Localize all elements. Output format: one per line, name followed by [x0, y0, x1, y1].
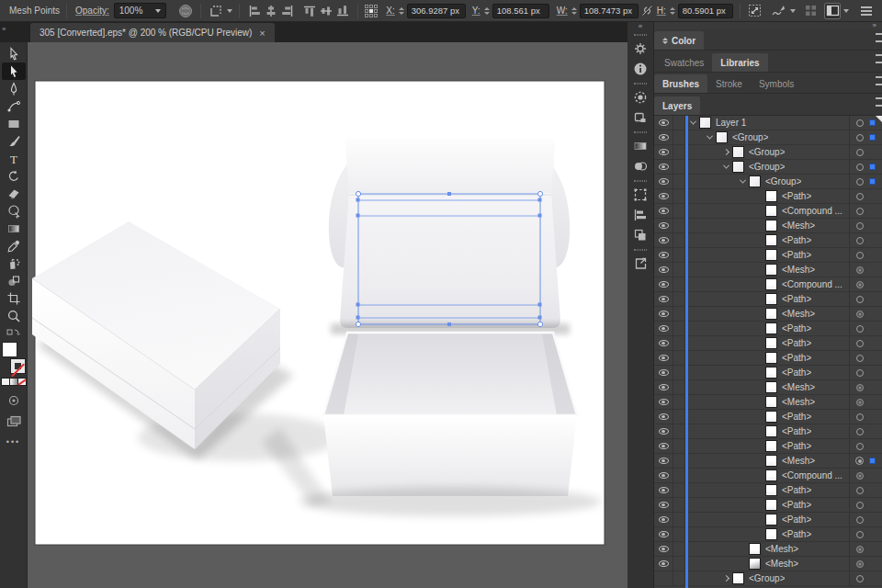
layer-row[interactable]: <Mesh>: [654, 557, 882, 571]
w-stepper[interactable]: [571, 7, 577, 15]
lock-cell[interactable]: [673, 366, 685, 379]
layer-row[interactable]: <Path>: [654, 292, 882, 307]
visibility-toggle[interactable]: [654, 204, 673, 218]
lock-cell[interactable]: [673, 160, 685, 174]
lock-cell[interactable]: [673, 439, 685, 453]
layer-name[interactable]: <Path>: [782, 529, 811, 539]
target-circle[interactable]: [849, 527, 869, 541]
layer-name[interactable]: <Mesh>: [782, 382, 815, 392]
eyedropper-tool[interactable]: [2, 237, 26, 254]
layer-thumbnail[interactable]: [749, 558, 761, 570]
layer-row-content[interactable]: <Mesh>: [685, 557, 849, 571]
chevron-down-icon[interactable]: [843, 9, 849, 13]
x-label[interactable]: X:: [386, 6, 394, 16]
visibility-toggle[interactable]: [654, 424, 673, 438]
visibility-toggle[interactable]: [654, 160, 673, 174]
reference-point-icon[interactable]: [365, 5, 378, 17]
layer-thumbnail[interactable]: [765, 190, 777, 202]
color-chip[interactable]: [2, 379, 9, 385]
layer-thumbnail[interactable]: [732, 572, 744, 584]
layer-row[interactable]: <Path>: [654, 513, 882, 527]
layer-name[interactable]: <Compound ...: [782, 206, 842, 216]
target-circle[interactable]: [849, 366, 869, 379]
target-circle[interactable]: [849, 380, 869, 394]
shaper-tool-icon[interactable]: [771, 3, 787, 19]
layer-row[interactable]: <Compound ...: [654, 277, 882, 292]
visibility-toggle[interactable]: [654, 410, 673, 424]
target-circle[interactable]: [849, 219, 869, 232]
layer-thumbnail[interactable]: [765, 499, 777, 511]
visibility-toggle[interactable]: [654, 322, 673, 335]
target-circle[interactable]: [849, 498, 869, 512]
layer-row[interactable]: <Mesh>: [654, 219, 882, 233]
grip-handle[interactable]: [634, 180, 647, 182]
visibility-toggle[interactable]: [654, 219, 673, 232]
visibility-toggle[interactable]: [654, 351, 673, 365]
layer-thumbnail[interactable]: [765, 249, 777, 261]
target-circle[interactable]: [849, 322, 869, 335]
visibility-toggle[interactable]: [654, 292, 673, 306]
workspace-grid-icon[interactable]: [802, 3, 819, 19]
target-circle[interactable]: [849, 469, 869, 482]
layer-name[interactable]: <Path>: [782, 338, 811, 348]
drawing-modes-icon[interactable]: [2, 391, 26, 409]
visibility-toggle[interactable]: [654, 380, 673, 394]
target-circle[interactable]: [849, 439, 869, 453]
layer-thumbnail[interactable]: [765, 469, 777, 481]
layer-row-content[interactable]: <Mesh>: [685, 395, 849, 409]
layer-name[interactable]: <Compound ...: [782, 470, 842, 481]
target-circle[interactable]: [849, 395, 869, 409]
type-tool[interactable]: T: [2, 150, 26, 167]
layer-name[interactable]: <Compound ...: [782, 279, 842, 289]
menu-icon[interactable]: [858, 3, 875, 19]
symbol-sprayer-tool[interactable]: [2, 254, 26, 272]
visibility-toggle[interactable]: [654, 527, 673, 541]
tab-libraries[interactable]: Libraries: [712, 53, 767, 72]
layer-row-content[interactable]: <Path>: [685, 366, 849, 379]
gradient-panel-icon[interactable]: [630, 136, 650, 156]
layer-thumbnail[interactable]: [765, 367, 777, 379]
target-circle[interactable]: [849, 277, 869, 291]
layer-name[interactable]: <Mesh>: [765, 544, 798, 554]
lock-cell[interactable]: [673, 483, 685, 497]
zoom-tool[interactable]: [2, 307, 26, 324]
layer-name[interactable]: <Mesh>: [782, 309, 815, 319]
target-circle[interactable]: [849, 204, 869, 218]
target-circle[interactable]: [849, 160, 869, 174]
artboard-tool[interactable]: [2, 289, 26, 307]
layer-thumbnail[interactable]: [749, 175, 761, 187]
swatches-panel-icon[interactable]: [630, 107, 650, 128]
visibility-toggle[interactable]: [654, 542, 673, 556]
lock-cell[interactable]: [673, 469, 685, 482]
layer-thumbnail[interactable]: [765, 396, 777, 408]
lock-cell[interactable]: [673, 175, 685, 188]
layer-row-content[interactable]: <Group>: [685, 160, 849, 174]
document-tab[interactable]: 305 [Converted].eps* @ 200 % (RGB/CPU Pr…: [30, 23, 275, 42]
collapse-panel-icon[interactable]: [662, 38, 668, 44]
align-left-icon[interactable]: [246, 3, 263, 19]
layer-name[interactable]: <Mesh>: [782, 265, 815, 275]
appearance-panel-icon[interactable]: [630, 185, 650, 205]
canvas[interactable]: [28, 42, 628, 588]
layer-thumbnail[interactable]: [765, 337, 777, 349]
tab-brushes[interactable]: Brushes: [654, 74, 707, 93]
h-input[interactable]: 80.5901 px: [678, 4, 733, 18]
visibility-toggle[interactable]: [654, 498, 673, 512]
color-mode-chips[interactable]: [2, 379, 26, 385]
target-circle[interactable]: [849, 189, 869, 203]
layer-row[interactable]: <Path>: [654, 322, 882, 336]
lock-cell[interactable]: [673, 454, 685, 468]
visibility-toggle[interactable]: [654, 145, 673, 159]
layer-row[interactable]: <Mesh>: [654, 542, 882, 557]
grip-handle[interactable]: [634, 249, 647, 251]
layer-row[interactable]: <Path>: [654, 366, 882, 380]
expand-arrow-icon[interactable]: [723, 163, 729, 169]
target-circle[interactable]: [849, 263, 869, 277]
lock-cell[interactable]: [673, 542, 685, 556]
layer-row-content[interactable]: <Mesh>: [685, 263, 849, 277]
target-circle[interactable]: [849, 424, 869, 438]
tab-symbols[interactable]: Symbols: [751, 74, 802, 93]
gradient-tool[interactable]: [2, 220, 26, 237]
layer-row-content[interactable]: <Path>: [685, 233, 849, 247]
grip-handle[interactable]: [634, 131, 647, 133]
